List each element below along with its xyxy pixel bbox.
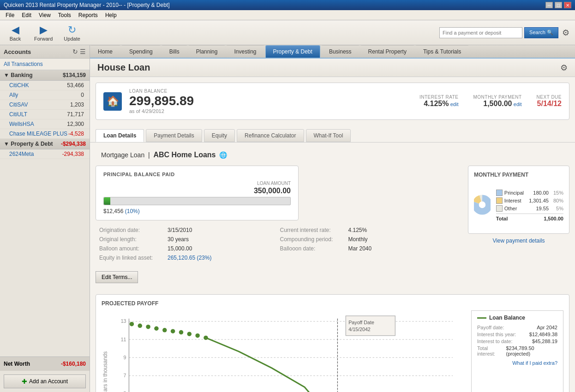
nav-tabs: Home Spending Bills Planning Investing P… [90,45,575,59]
svg-text:11: 11 [121,337,126,342]
account-citichk[interactable]: CitiCHK 53,466 [0,81,90,90]
property-debt-section-header[interactable]: ▼ Property & Debt -$294,338 [0,139,90,149]
svg-point-25 [179,330,184,335]
svg-rect-30 [346,316,395,336]
banking-section-header[interactable]: ▼ Banking $134,159 [0,70,90,81]
sub-tab-whatif[interactable]: What-If Tool [306,129,351,142]
detail-current-rate: Current interest rate: 4.125% [280,226,457,234]
svg-point-26 [187,332,192,336]
account-ally[interactable]: Ally 0 [0,90,90,100]
total-interest-row: Total interest: $234,789.50 (projected) [477,345,557,356]
sub-tab-refinance[interactable]: Refinance Calculator [237,129,304,142]
edit-terms-button[interactable]: Edit Terms... [96,271,138,283]
sub-tab-payment-details[interactable]: Payment Details [146,129,202,142]
all-transactions-link[interactable]: All Transactions [0,59,90,70]
svg-point-20 [138,324,143,328]
forward-icon: ▶ [40,24,48,36]
right-col: MONTHLY PAYMENT [468,166,569,283]
loan-balance-meta: INTEREST RATE 4.125% edit MONTHLY PAYMEN… [419,95,562,108]
svg-text:9: 9 [124,355,126,360]
tab-planning[interactable]: Planning [188,45,226,58]
account-chase[interactable]: Chase MILEAGE PLUS -4,528 [0,129,90,139]
tab-bills[interactable]: Bills [162,45,187,58]
monthly-payment-meta: MONTHLY PAYMENT 1,500.00 edit [473,95,522,108]
page-title: House Loan [97,62,150,73]
principal-balance-box: PRINCIPAL BALANCE PAID LOAN AMOUNT 350,0… [96,166,299,220]
tab-home[interactable]: Home [90,45,120,58]
update-button[interactable]: ↻ Update [60,22,84,43]
projected-payoff-section: PROJECTED PAYOFF Dollars in thousands [96,294,569,392]
close-btn[interactable]: ✕ [564,2,571,8]
legend-principal: Principal 180.00 15% [496,190,563,196]
add-icon: ✚ [22,378,27,385]
net-worth-amount: -$160,180 [61,361,86,367]
principal-color [496,190,503,196]
menu-tools[interactable]: Tools [54,11,75,19]
menu-edit[interactable]: Edit [18,11,35,19]
detail-original-length: Original length: 30 years [99,235,276,244]
loan-details-grid: Origination date: 3/15/2010 Current inte… [96,226,461,262]
paid-extra-link[interactable]: What if I paid extra? [477,360,557,366]
menu-bar: File Edit View Tools Reports Help [0,10,575,20]
menu-help[interactable]: Help [102,11,120,19]
net-worth-label: Net Worth [4,361,30,367]
sidebar-header: Accounts ↻ ☰ [0,45,90,59]
tab-property-debt[interactable]: Property & Debt [265,45,320,58]
svg-point-23 [162,328,167,333]
svg-point-22 [154,326,159,331]
maximize-btn[interactable]: □ [555,2,562,8]
toolbar-gear-icon[interactable]: ⚙ [560,28,571,38]
forward-button[interactable]: ▶ Forward [30,22,56,43]
tab-business[interactable]: Business [321,45,359,58]
account-citisav[interactable]: CitiSAV 1,203 [0,100,90,110]
monthly-payment-edit[interactable]: edit [514,101,522,107]
two-col-layout: PRINCIPAL BALANCE PAID LOAN AMOUNT 350,0… [96,166,569,283]
minimize-btn[interactable]: ─ [545,2,553,8]
account-wellshsa[interactable]: WellsHSA 12,300 [0,119,90,129]
monthly-payment-value: 1,500.00 [483,100,512,107]
tab-spending[interactable]: Spending [121,45,161,58]
account-citiult[interactable]: CitiULT 71,717 [0,110,90,119]
svg-point-24 [171,329,175,333]
tab-rental-property[interactable]: Rental Property [360,45,414,58]
account-2624meta[interactable]: 2624Meta -294,338 [0,149,90,159]
interest-to-date-row: Interest to date: $45,288.19 [477,339,557,344]
detail-balloon-date: Ballooon date: Mar 2040 [280,244,457,253]
search-button[interactable]: Search 🔍 [524,27,558,38]
page-header: House Loan ⚙ [90,59,575,77]
detail-origination-date: Origination date: 3/15/2010 [99,226,276,234]
svg-point-27 [195,333,200,338]
main-container: Accounts ↻ ☰ All Transactions ▼ Banking … [0,45,575,392]
menu-reports[interactable]: Reports [75,11,102,19]
globe-icon[interactable]: 🌐 [219,151,227,159]
menu-file[interactable]: File [2,11,18,19]
tab-investing[interactable]: Investing [226,45,264,58]
interest-rate-edit[interactable]: edit [450,101,459,107]
pie-container: Principal 180.00 15% Interest 1,301.45 8… [474,182,563,228]
lender-name: ABC Home Loans [153,151,216,159]
payment-legend: Principal 180.00 15% Interest 1,301.45 8… [496,188,563,221]
tab-tips-tutorials[interactable]: Tips & Tutorials [415,45,469,58]
search-input[interactable] [439,27,522,38]
title-bar-text: Quicken 2013 Rental Property Manager - 2… [4,2,170,8]
chart-area: Dollars in thousands 13 11 9 7 [102,310,464,392]
view-payment-details-link[interactable]: View payment details [468,238,569,244]
page-gear-icon[interactable]: ⚙ [560,63,568,73]
sub-tab-loan-details[interactable]: Loan Details [96,129,144,142]
loan-balance-info: LOAN BALANCE 299,895.89 as of 4/29/2012 [129,89,412,114]
svg-text:Payoff Date: Payoff Date [348,320,374,325]
next-due-value: 5/14/12 [537,100,562,108]
sidebar-settings-icon[interactable]: ☰ [80,48,86,55]
sidebar-refresh-icon[interactable]: ↻ [72,48,78,55]
back-button[interactable]: ◀ Back [4,22,27,43]
svg-point-21 [146,325,150,329]
monthly-payment-title: MONTHLY PAYMENT [474,172,563,178]
sidebar-icon-group: ↻ ☰ [72,48,86,55]
sub-tab-equity[interactable]: Equity [204,129,235,142]
house-icon: 🏠 [103,92,122,111]
search-area: Search 🔍 ⚙ [439,27,571,38]
loan-legend-title: Loan Balance [477,315,557,321]
title-bar: Quicken 2013 Rental Property Manager - 2… [0,0,575,10]
menu-view[interactable]: View [35,11,54,19]
add-account-button[interactable]: ✚ Add an Account [4,374,86,388]
